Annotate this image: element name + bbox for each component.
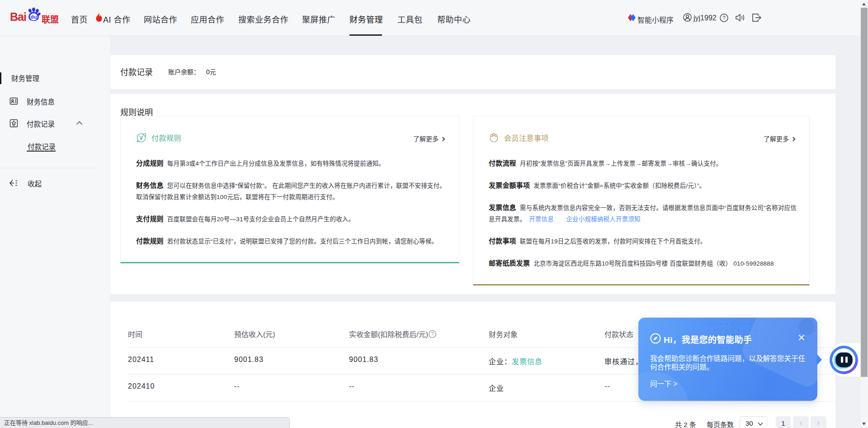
svg-text:?: ? — [722, 15, 725, 20]
svg-text:du: du — [31, 14, 37, 19]
svg-text:?: ? — [431, 332, 434, 337]
